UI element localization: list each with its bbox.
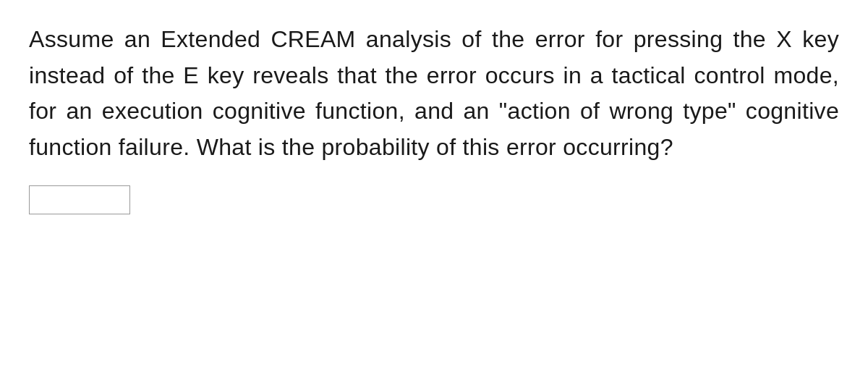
content-container: Assume an Extended CREAM analysis of the… bbox=[29, 22, 839, 214]
question-text: Assume an Extended CREAM analysis of the… bbox=[29, 22, 839, 165]
answer-input[interactable] bbox=[29, 185, 130, 214]
